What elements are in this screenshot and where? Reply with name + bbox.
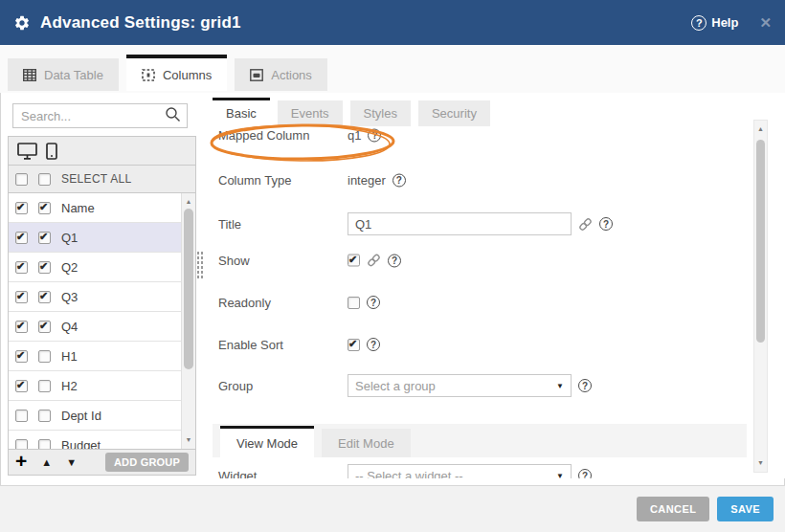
column-row[interactable]: Q4	[9, 312, 195, 342]
column-checkbox-mobile[interactable]	[38, 439, 51, 450]
column-checkbox-desktop[interactable]	[15, 439, 28, 450]
column-checkbox-desktop[interactable]	[15, 232, 28, 244]
header-actions: ? Help ✕	[691, 14, 772, 32]
desktop-icon[interactable]	[17, 143, 37, 160]
column-checkbox-mobile[interactable]	[38, 410, 51, 422]
column-row[interactable]: Name	[9, 193, 195, 223]
tab-actions[interactable]: Actions	[235, 58, 327, 91]
link-icon[interactable]	[578, 217, 593, 232]
column-checkbox-desktop[interactable]	[15, 380, 28, 392]
column-row[interactable]: H2	[9, 371, 195, 401]
field-mapped-column: Mapped Column q1 ?	[206, 122, 785, 147]
select-all-label: SELECT ALL	[61, 172, 132, 186]
column-row[interactable]: Budget	[9, 431, 195, 449]
panel-splitter-grip[interactable]	[196, 251, 204, 279]
group-select[interactable]: Select a group ▼	[348, 374, 572, 397]
scroll-up-icon[interactable]: ▲	[754, 123, 767, 135]
enable-sort-label: Enable Sort	[218, 338, 283, 352]
tab-edit-mode[interactable]: Edit Mode	[322, 429, 411, 457]
column-row[interactable]: Dept Id	[9, 401, 195, 431]
add-group-button[interactable]: ADD GROUP	[105, 453, 189, 472]
cancel-button[interactable]: CANCEL	[637, 497, 709, 521]
scroll-down-icon[interactable]: ▼	[754, 457, 767, 469]
advanced-settings-dialog: Advanced Settings: grid1 ? Help ✕ Data T…	[0, 0, 785, 532]
scroll-thumb[interactable]	[756, 140, 765, 343]
column-checkbox-mobile[interactable]	[38, 321, 51, 333]
caret-down-icon: ▼	[556, 382, 564, 390]
field-widget: Widget -- Select a widget -- ▼ ?	[206, 463, 785, 478]
widget-select-value: -- Select a widget --	[355, 469, 463, 479]
tab-view-mode[interactable]: View Mode	[220, 426, 314, 457]
tab-label: View Mode	[236, 436, 298, 451]
add-column-button[interactable]: +	[15, 451, 27, 471]
close-icon[interactable]: ✕	[759, 14, 772, 32]
column-label: H1	[61, 349, 78, 364]
column-label: Q1	[61, 231, 78, 245]
tab-columns[interactable]: Columns	[126, 55, 227, 91]
column-checkbox-mobile[interactable]	[38, 202, 51, 214]
column-label: Q3	[61, 290, 78, 304]
widget-select[interactable]: -- Select a widget -- ▼	[348, 464, 572, 478]
move-down-button[interactable]: ▼	[66, 456, 77, 468]
form-scrollbar[interactable]: ▲ ▼	[753, 120, 768, 473]
readonly-label: Readonly	[218, 296, 271, 310]
select-all-checkbox-mobile[interactable]	[38, 173, 51, 186]
tab-label: Edit Mode	[338, 436, 394, 451]
title-help-icon[interactable]: ?	[599, 217, 613, 231]
help-button[interactable]: ? Help	[691, 15, 738, 31]
device-toggle-row	[9, 137, 195, 166]
field-show: Show ?	[206, 248, 785, 273]
column-checkbox-desktop[interactable]	[15, 321, 28, 333]
show-help-icon[interactable]: ?	[388, 254, 401, 267]
readonly-checkbox[interactable]	[348, 297, 360, 309]
field-group: Group Select a group ▼ ?	[206, 373, 785, 398]
widget-help-icon[interactable]: ?	[578, 469, 592, 478]
title-input[interactable]	[348, 212, 572, 235]
link-icon[interactable]	[367, 254, 381, 268]
column-checkbox-desktop[interactable]	[15, 291, 28, 303]
column-label: Name	[61, 201, 95, 215]
column-checkbox-mobile[interactable]	[38, 350, 51, 363]
tab-data-table[interactable]: Data Table	[8, 58, 119, 91]
column-type-help-icon[interactable]: ?	[392, 173, 406, 187]
column-checkbox-mobile[interactable]	[38, 232, 51, 244]
search-input[interactable]	[13, 109, 165, 123]
list-scrollbar[interactable]: ▲ ▼	[181, 193, 195, 449]
tab-label: Styles	[364, 106, 397, 121]
mapped-column-label: Mapped Column	[218, 128, 309, 143]
readonly-help-icon[interactable]: ?	[367, 296, 380, 309]
group-help-icon[interactable]: ?	[578, 379, 592, 392]
save-button[interactable]: SAVE	[717, 497, 774, 521]
column-row[interactable]: Q1	[9, 223, 195, 253]
column-row[interactable]: Q3	[9, 282, 195, 312]
scroll-thumb[interactable]	[184, 209, 193, 369]
mobile-icon[interactable]	[46, 143, 57, 160]
mode-tab-strip: View ModeEdit Mode	[213, 424, 747, 457]
tab-label: Data Table	[44, 68, 103, 82]
column-checkbox-mobile[interactable]	[38, 380, 51, 392]
help-label: Help	[711, 15, 738, 30]
column-checkbox-mobile[interactable]	[38, 261, 51, 274]
column-checkbox-desktop[interactable]	[15, 202, 28, 214]
scroll-down-icon[interactable]: ▼	[182, 434, 195, 446]
column-type-value: integer	[348, 173, 386, 188]
column-checkbox-desktop[interactable]	[15, 261, 28, 274]
show-checkbox[interactable]	[348, 255, 360, 267]
column-list: NameQ1Q2Q3Q4H1H2Dept IdBudget ▲ ▼	[9, 193, 195, 449]
search-icon[interactable]	[165, 106, 181, 126]
mapped-column-help-icon[interactable]: ?	[368, 128, 381, 142]
column-checkbox-mobile[interactable]	[38, 291, 51, 303]
column-checkbox-desktop[interactable]	[15, 350, 28, 363]
scroll-up-icon[interactable]: ▲	[182, 196, 195, 208]
move-up-button[interactable]: ▲	[41, 456, 52, 468]
column-row[interactable]: H1	[9, 342, 195, 371]
columns-list-panel: SELECT ALL NameQ1Q2Q3Q4H1H2Dept IdBudget…	[8, 93, 196, 476]
field-enable-sort: Enable Sort ?	[206, 332, 785, 357]
column-label: H2	[61, 379, 78, 393]
column-checkbox-desktop[interactable]	[15, 410, 28, 422]
enable-sort-help-icon[interactable]: ?	[367, 338, 380, 351]
select-all-checkbox-desktop[interactable]	[15, 173, 28, 186]
column-row[interactable]: Q2	[9, 253, 195, 282]
mapped-column-value: q1	[348, 128, 361, 143]
enable-sort-checkbox[interactable]	[348, 339, 360, 351]
